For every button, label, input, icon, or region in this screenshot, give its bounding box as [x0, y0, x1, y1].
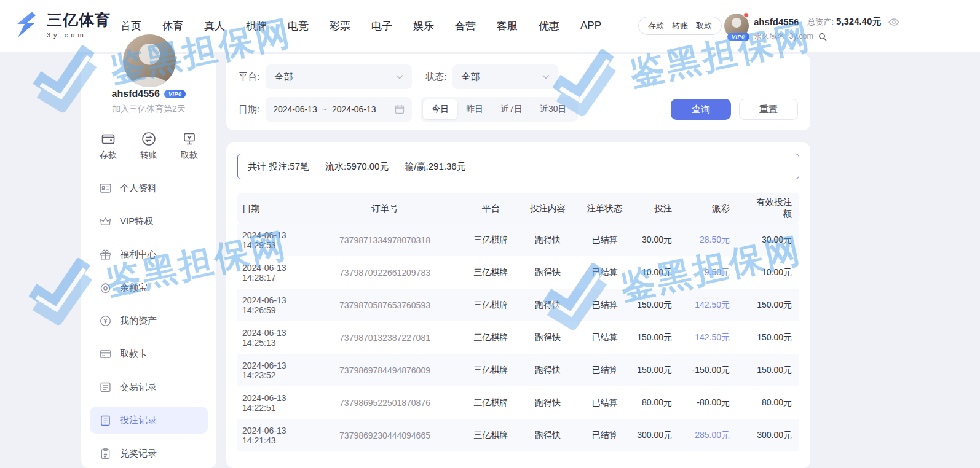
nav-item[interactable]: 优惠: [539, 19, 559, 33]
column-header: 投注内容: [520, 203, 575, 214]
column-header: 有效投注额: [751, 197, 799, 220]
cell-bet-amount: 300.00元: [634, 430, 689, 441]
sidebar-item-label: VIP特权: [120, 216, 153, 227]
column-header: 注单状态: [575, 203, 634, 214]
cell-payout: 285.00元: [689, 430, 751, 441]
sidebar-item-profile[interactable]: 个人资料: [90, 174, 208, 201]
sidebar-item-label: 福利中心: [120, 249, 157, 260]
cell-bet-content: 跑得快: [520, 332, 575, 343]
bet-record-icon: [99, 414, 112, 427]
sidebar-item-label: 投注记录: [120, 415, 157, 426]
profile-vip-badge: VIP0: [164, 90, 186, 98]
cell-status: 已结算: [575, 235, 634, 246]
cell-platform: 三亿棋牌: [462, 235, 520, 246]
cell-valid-amount: 150.00元: [751, 300, 799, 311]
crown-icon: [99, 215, 112, 228]
cell-bet-amount: 80.00元: [634, 397, 689, 408]
sidebar-item-welfare[interactable]: 福利中心: [90, 241, 208, 268]
cell-bet-content: 跑得快: [520, 267, 575, 278]
nav-item[interactable]: 棋牌: [246, 19, 267, 33]
cell-date: 2024-06-13 14:22:51: [237, 393, 308, 413]
cell-platform: 三亿棋牌: [462, 365, 520, 376]
nav-item[interactable]: 彩票: [330, 19, 350, 33]
cell-status: 已结算: [575, 332, 634, 343]
coin-icon: [99, 281, 112, 294]
header-wallet-action[interactable]: 转账: [672, 20, 688, 31]
cell-bet-content: 跑得快: [520, 397, 575, 408]
cell-valid-amount: 150.00元: [751, 332, 799, 343]
cell-date: 2024-06-13 14:23:52: [237, 361, 308, 380]
transfer-button[interactable]: 转账: [140, 131, 157, 161]
filter-panel: 平台: 全部 状态: 全部 日期: 2024-06-13 ~ 2024-06-1…: [226, 54, 810, 130]
header-user-line: ahsfd4556 总资产: 5,324.40元: [754, 16, 899, 28]
brand-domain: 3y.com: [47, 31, 111, 39]
quick-range-button[interactable]: 今日: [423, 99, 457, 119]
nav-item[interactable]: 真人: [204, 19, 225, 33]
reset-button[interactable]: 重置: [739, 99, 798, 120]
sidebar-item-assets[interactable]: 我的资产: [90, 307, 208, 334]
quick-range-button[interactable]: 近7日: [492, 99, 531, 119]
cell-payout: 9.50元: [689, 267, 751, 278]
sidebar-item-withdraw-card[interactable]: 取款卡: [90, 340, 208, 367]
sidebar-item-label: 我的资产: [120, 315, 157, 327]
table-body: 2024-06-13 14:29:53 7379871334978070318 …: [237, 224, 799, 451]
deposit-button[interactable]: 存款: [100, 131, 117, 161]
platform-select[interactable]: 全部: [266, 64, 412, 89]
sidebar-item-yuebao[interactable]: 余额宝: [90, 274, 208, 301]
sidebar-item-bet-records[interactable]: 投注记录: [90, 407, 208, 434]
nav-item[interactable]: 合营: [455, 19, 476, 33]
deposit-icon: [100, 131, 116, 147]
join-days-text: 加入三亿体育第2天: [81, 104, 216, 115]
table-row: 2024-06-13 14:21:43 7379869230444094665 …: [237, 419, 799, 451]
cell-date: 2024-06-13 14:25:13: [237, 328, 308, 348]
header-wallet-action[interactable]: 取款: [696, 20, 712, 31]
transfer-label: 转账: [140, 150, 157, 161]
platform-value: 全部: [274, 71, 293, 83]
date-range-input[interactable]: 2024-06-13 ~ 2024-06-13: [266, 97, 412, 122]
sidebar-item-label: 交易记录: [120, 381, 157, 393]
sidebar-item-label: 取款卡: [120, 348, 148, 360]
brand-logo[interactable]: 三亿体育 3y.com: [12, 10, 111, 39]
cell-platform: 三亿棋牌: [462, 430, 520, 441]
sidebar-item-vip[interactable]: VIP特权: [90, 208, 208, 235]
nav-item[interactable]: 首页: [121, 19, 141, 33]
table-row: 2024-06-13 14:28:17 7379870922661209783 …: [237, 256, 799, 289]
withdraw-button[interactable]: 取款: [181, 131, 198, 161]
table-row: 2024-06-13 14:29:53 7379871334978070318 …: [237, 224, 799, 256]
header-wallet-action[interactable]: 存款: [648, 20, 664, 31]
profile-username: ahsfd4556: [112, 88, 160, 99]
nav-item[interactable]: 客服: [497, 19, 518, 33]
cell-order-number: 7379870922661209783: [308, 268, 462, 278]
vip-badge: VIP0: [727, 33, 749, 41]
sidebar-item-redeem-records[interactable]: 兑奖记录: [90, 440, 208, 467]
nav-item[interactable]: 电子: [371, 19, 392, 33]
sidebar: ahsfd4556 VIP0 加入三亿体育第2天 存款 转账 取款: [81, 54, 216, 468]
cell-platform: 三亿棋牌: [462, 397, 520, 408]
nav-item[interactable]: APP: [580, 20, 601, 32]
nav-item[interactable]: 娱乐: [413, 19, 434, 33]
date-from: 2024-06-13: [273, 104, 317, 114]
nav-menu: 首页体育真人棋牌电竞彩票电子娱乐合营客服优惠APP: [121, 0, 601, 52]
search-button[interactable]: 查询: [671, 99, 731, 120]
cell-status: 已结算: [575, 397, 634, 408]
nav-item[interactable]: 电竞: [288, 19, 309, 33]
search-icon[interactable]: [818, 33, 827, 41]
cell-payout: -80.00元: [689, 397, 751, 408]
withdraw-icon: [181, 131, 197, 147]
cell-order-number: 7379869522501870876: [308, 398, 462, 408]
eye-icon[interactable]: [888, 18, 899, 26]
cell-platform: 三亿棋牌: [462, 300, 520, 311]
transaction-list-icon: [99, 381, 112, 394]
cell-bet-content: 跑得快: [520, 235, 575, 246]
sidebar-item-transactions[interactable]: 交易记录: [90, 373, 208, 400]
table-row: 2024-06-13 14:23:52 7379869784494876009 …: [237, 354, 799, 386]
cell-bet-content: 跑得快: [520, 365, 575, 376]
cell-payout: 28.50元: [689, 235, 751, 246]
quick-range-button[interactable]: 昨日: [457, 99, 492, 119]
nav-item[interactable]: 体育: [162, 19, 183, 33]
sidebar-menu: 个人资料 VIP特权 福利中心 余额宝 我的资产: [81, 174, 216, 467]
quick-range-button[interactable]: 近30日: [531, 99, 575, 119]
profile-avatar[interactable]: [123, 34, 176, 87]
date-label: 日期:: [239, 104, 259, 115]
status-select[interactable]: 全部: [452, 64, 558, 89]
